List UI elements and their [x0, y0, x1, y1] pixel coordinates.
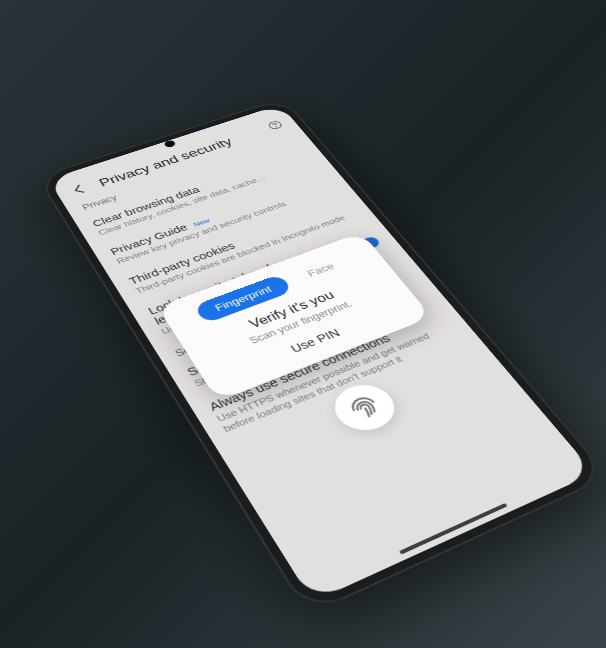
- screen: Privacy and security Privacy Clear brows…: [48, 105, 594, 602]
- fingerprint-icon: [341, 389, 389, 427]
- modal-scrim[interactable]: Fingerprint Face Verify it's you Scan yo…: [48, 105, 594, 602]
- phone-frame: Privacy and security Privacy Clear brows…: [37, 98, 606, 616]
- biometric-dialog: Fingerprint Face Verify it's you Scan yo…: [157, 232, 432, 401]
